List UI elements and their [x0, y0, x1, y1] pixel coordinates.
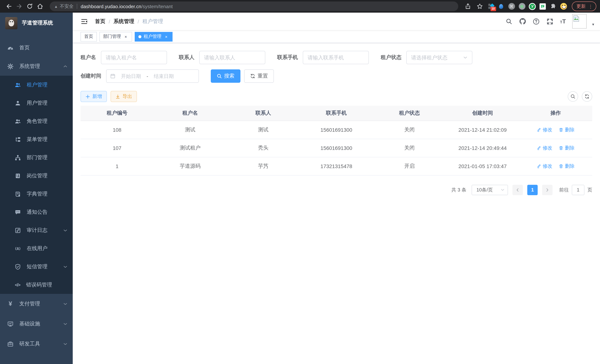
fullscreen-button[interactable] — [546, 18, 554, 25]
breadcrumb-system[interactable]: 系统管理 — [113, 18, 134, 25]
sidebar-item-dev-tools[interactable]: 研发工具 — [0, 334, 73, 354]
extension-command[interactable]: ⌘ — [507, 2, 516, 11]
browser-forward-button[interactable] — [14, 1, 25, 11]
sidebar-item-audit-log[interactable]: 审计日志 — [0, 221, 73, 239]
chevron-down-icon — [501, 188, 505, 192]
sidebar-fold-button[interactable] — [78, 15, 91, 28]
cell-status: 关闭 — [373, 139, 446, 157]
omnibox-divider — [77, 4, 77, 9]
contact-input[interactable] — [204, 55, 261, 60]
tag-dept[interactable]: 部门管理 × — [99, 32, 132, 41]
goto-page-input[interactable] — [572, 185, 584, 195]
col-header-name: 租户名 — [154, 106, 227, 121]
kebab-menu-icon[interactable]: ⋮ — [588, 3, 593, 9]
sidebar-item-error-code[interactable]: </> 错误码管理 — [0, 276, 73, 294]
edit-link[interactable]: 修改 — [537, 145, 552, 151]
chrome-update-button[interactable]: 更新 ⋮ — [572, 1, 596, 11]
sidebar-item-online-users[interactable]: 在线用户 — [0, 239, 73, 258]
extension-yudao[interactable]: Y — [528, 2, 537, 11]
mobile-input[interactable] — [308, 55, 364, 60]
date-start-input[interactable] — [118, 73, 144, 79]
sidebar-item-home[interactable]: 首页 — [0, 38, 73, 57]
edit-link[interactable]: 修改 — [537, 126, 552, 133]
page-number-active[interactable]: 1 — [527, 185, 538, 195]
sidebar-item-menu[interactable]: 菜单管理 — [0, 130, 73, 149]
header-search-button[interactable] — [505, 18, 512, 25]
close-icon[interactable]: × — [164, 34, 169, 39]
filter-row-2: 创建时间 - 搜索 重置 — [81, 69, 592, 83]
sidebar-item-label: 短信管理 — [27, 263, 57, 270]
font-size-button[interactable]: TT — [560, 18, 566, 25]
date-end-input[interactable] — [150, 73, 177, 79]
extension-chat[interactable] — [538, 2, 547, 11]
help-button[interactable] — [533, 18, 540, 25]
sidebar-item-label: 首页 — [19, 45, 67, 51]
sidebar-item-notice[interactable]: 通知公告 — [0, 203, 73, 221]
github-link[interactable] — [519, 18, 526, 25]
delete-link[interactable]: 删除 — [559, 145, 575, 151]
chevron-down-icon — [63, 228, 67, 233]
tag-tenant-active[interactable]: 租户管理 × — [135, 32, 173, 41]
sidebar-item-dict[interactable]: 字典管理 — [0, 185, 73, 203]
navbar-actions: TT ▼ — [505, 14, 595, 28]
breadcrumb-home[interactable]: 首页 — [95, 18, 105, 25]
extensions-menu[interactable] — [549, 2, 558, 11]
url-bar[interactable]: ▲ 不安全 dashboard.yudao.iocoder.cn/system/… — [50, 1, 458, 11]
sidebar-item-dept[interactable]: 部门管理 — [0, 149, 73, 167]
date-range-picker[interactable]: - — [106, 69, 199, 83]
total-count: 共 3 条 — [451, 187, 466, 193]
extension-recorder[interactable] — [517, 2, 526, 11]
table-tools — [568, 91, 592, 102]
table-row: 108 测试 测试 15601691300 关闭 2021-12-14 21:0… — [81, 121, 592, 139]
status-select-input[interactable] — [411, 55, 461, 60]
extension-diamond[interactable]: 10 — [486, 2, 495, 11]
browser-back-button[interactable] — [4, 1, 14, 11]
browser-home-button[interactable] — [35, 1, 45, 11]
delete-link[interactable]: 删除 — [559, 163, 575, 169]
sidebar-item-label: 菜单管理 — [27, 136, 67, 143]
extension-balloon[interactable] — [497, 2, 506, 11]
add-button[interactable]: 新增 — [81, 91, 107, 102]
browser-reload-button[interactable] — [25, 1, 35, 11]
refresh-table-button[interactable] — [582, 91, 592, 102]
show-search-toggle-button[interactable] — [568, 91, 578, 102]
user-avatar[interactable] — [572, 14, 587, 28]
extension-emoji[interactable] — [559, 2, 568, 11]
cell-mobile: 15601691300 — [300, 139, 373, 157]
tag-home[interactable]: 首页 — [81, 32, 97, 41]
sidebar-item-post[interactable]: 岗位管理 — [0, 167, 73, 185]
sidebar-item-role[interactable]: 角色管理 — [0, 112, 73, 130]
chevron-down-icon — [63, 322, 67, 326]
sidebar-item-system[interactable]: 系统管理 — [0, 57, 73, 76]
sidebar-item-label: 支付管理 — [19, 300, 57, 307]
chat-extension-icon — [540, 3, 546, 9]
page-size-select[interactable]: 10条/页 — [472, 185, 508, 195]
chevron-up-icon — [63, 64, 67, 69]
caret-down-icon[interactable]: ▼ — [591, 23, 595, 26]
tenant-name-input[interactable] — [106, 55, 162, 60]
delete-link[interactable]: 删除 — [559, 126, 575, 133]
sidebar-logo[interactable]: 芋道管理系统 — [0, 13, 73, 33]
search-button[interactable]: 搜索 — [211, 69, 240, 83]
edit-link[interactable]: 修改 — [537, 163, 552, 169]
status-select[interactable] — [406, 51, 472, 64]
badge-icon — [15, 173, 21, 179]
date-separator: - — [147, 73, 148, 79]
bookmark-button[interactable] — [474, 1, 485, 11]
reset-button[interactable]: 重置 — [244, 69, 274, 83]
export-button[interactable]: 导出 — [111, 91, 137, 102]
sidebar-item-payment[interactable]: ¥ 支付管理 — [0, 294, 73, 314]
dashboard-icon — [7, 45, 13, 51]
sidebar-item-tenant[interactable]: 租户管理 — [0, 76, 73, 94]
pagination: 共 3 条 10条/页 1 前往 页 — [81, 185, 592, 195]
fullscreen-icon — [547, 18, 553, 25]
question-icon — [533, 18, 540, 25]
sidebar-item-infra[interactable]: 基础设施 — [0, 314, 73, 334]
prev-page-button[interactable] — [512, 185, 523, 195]
sidebar-item-sms[interactable]: 短信管理 — [0, 258, 73, 276]
next-page-button[interactable] — [542, 185, 553, 195]
sidebar-item-user[interactable]: 用户管理 — [0, 94, 73, 112]
monitor-icon — [7, 321, 13, 327]
close-icon[interactable]: × — [123, 34, 128, 39]
share-button[interactable] — [462, 1, 473, 11]
